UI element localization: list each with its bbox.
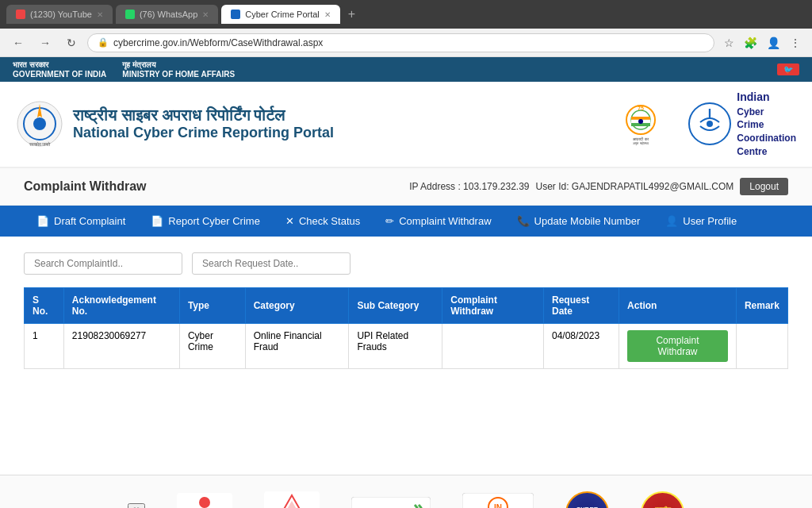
cell-category: Online Financial Fraud — [245, 323, 349, 368]
cyber-portal-logo: CYBERDOST — [565, 491, 609, 508]
report-icon: 📄 — [151, 215, 163, 227]
svg-point-2 — [33, 117, 46, 130]
nav-actions: ☆ 🧩 👤 ⋮ — [721, 33, 804, 52]
government-of-india: भारत सरकार GOVERNMENT OF INDIA — [13, 60, 106, 79]
tab-whatsapp[interactable]: (76) WhatsApp ✕ — [116, 5, 218, 24]
cell-request-date: 04/08/2023 — [544, 323, 619, 368]
browser-chrome: (1230) YouTube ✕ (76) WhatsApp ✕ Cyber C… — [0, 0, 812, 29]
search-request-date[interactable] — [192, 252, 350, 275]
tab-whatsapp-label: (76) WhatsApp — [140, 10, 197, 19]
col-complaint-withdraw: Complaint Withdraw — [442, 287, 544, 323]
nav-profile-label: User Profile — [683, 215, 737, 227]
extension-icon[interactable]: 🧩 — [741, 33, 760, 52]
svg-point-11 — [638, 119, 643, 124]
rashtriya-logo: राष्ट्रीयपुरस्कार — [641, 491, 684, 508]
certme-logo: cert me — [351, 497, 431, 508]
amrit-image: आज़ादी का अमृत महोत्सव 75 — [609, 102, 672, 146]
refresh-button[interactable]: ↻ — [62, 33, 81, 52]
site-title-english: National Cyber Crime Reporting Portal — [73, 125, 334, 141]
tab-youtube[interactable]: (1230) YouTube ✕ — [6, 5, 113, 24]
tab-youtube-close[interactable]: ✕ — [97, 10, 103, 19]
search-complaint-id[interactable] — [24, 252, 182, 275]
nav-mobile-label: Update Mobile Number — [534, 215, 641, 227]
bookmark-icon[interactable]: ☆ — [721, 33, 737, 52]
emblem-icon: सत्यमेव जयते — [16, 100, 63, 148]
header-right: आज़ादी का अमृत महोत्सव 75 I Indian — [609, 90, 796, 159]
site-title-hindi: राष्ट्रीय साइबर अपराध रिपोर्टिंग पोर्टल — [73, 106, 334, 125]
col-type: Type — [179, 287, 245, 323]
tab-portal-label: Cyber Crime Portal — [245, 10, 320, 19]
user-icon: 👤 — [665, 215, 678, 227]
tab-portal[interactable]: Cyber Crime Portal ✕ — [221, 5, 340, 24]
forward-button[interactable]: → — [35, 33, 56, 52]
page-title: Complaint Withdraw — [24, 179, 147, 194]
cell-ack-no: 21908230069277 — [63, 323, 179, 368]
i4c-icon: I — [688, 102, 732, 146]
check-icon: ✕ — [285, 215, 294, 227]
site-title: राष्ट्रीय साइबर अपराध रिपोर्टिंग पोर्टल … — [73, 106, 334, 141]
gov-india-en: GOVERNMENT OF INDIA — [13, 70, 106, 79]
table-header-row: S No. Acknowledgement No. Type Category … — [25, 287, 788, 323]
table-row: 1 21908230069277 Cyber Crime Online Fina… — [25, 323, 788, 368]
gov-india-hi: भारत सरकार — [13, 60, 106, 70]
col-sno: S No. — [25, 287, 64, 323]
nav-update-mobile[interactable]: 📞 Update Mobile Number — [504, 206, 653, 237]
menu-icon[interactable]: ⋮ — [787, 33, 804, 52]
nav-draft-label: Draft Complaint — [54, 215, 125, 227]
ministry-of-home-affairs: गृह मंत्रालय MINISTRY OF HOME AFFAIRS — [122, 60, 235, 79]
footer-logos: ⏸ Towards a new dawn NCPCR — [0, 475, 812, 508]
mha-hi: गृह मंत्रालय — [122, 60, 235, 70]
nav-withdraw-label: Complaint Withdraw — [399, 215, 491, 227]
nav-check-status[interactable]: ✕ Check Status — [273, 206, 373, 237]
cyber-coordination-logo: I Indian Cyber Crime Coordination Centre — [688, 90, 796, 159]
site-header: सत्यमेव जयते राष्ट्रीय साइबर अपराध रिपोर… — [0, 82, 812, 168]
svg-point-19 — [199, 497, 210, 508]
nav-complaint-withdraw[interactable]: ✏ Complaint Withdraw — [373, 206, 504, 237]
site-logo: सत्यमेव जयते राष्ट्रीय साइबर अपराध रिपोर… — [16, 100, 334, 148]
tab-whatsapp-close[interactable]: ✕ — [202, 10, 209, 19]
nav-check-label: Check Status — [299, 215, 360, 227]
cyber-badge-icon: CYBERDOST — [565, 491, 609, 508]
logout-button[interactable]: Logout — [740, 178, 788, 195]
ip-info: IP Address : 103.179.232.39 User Id: GAJ… — [409, 178, 788, 195]
ip-address: IP Address : 103.179.232.39 — [409, 181, 529, 192]
cyber-logo-text: Indian Cyber Crime Coordination Centre — [737, 90, 796, 159]
profile-icon[interactable]: 👤 — [764, 33, 783, 52]
svg-text:75: 75 — [638, 106, 644, 111]
col-request-date: Request Date — [544, 287, 619, 323]
portal-favicon — [231, 10, 240, 19]
address-bar[interactable]: 🔒 cybercrime.gov.in/Webform/CaseWithdraw… — [87, 33, 714, 52]
page-container: भारत सरकार GOVERNMENT OF INDIA गृह मंत्र… — [0, 57, 812, 508]
search-bar — [24, 252, 788, 275]
gov-left: भारत सरकार GOVERNMENT OF INDIA गृह मंत्र… — [13, 60, 235, 79]
page-header-bar: Complaint Withdraw IP Address : 103.179.… — [0, 168, 812, 206]
nav-report-cyber-crime[interactable]: 📄 Report Cyber Crime — [138, 206, 273, 237]
back-button[interactable]: ← — [8, 33, 29, 52]
svg-text:सत्यमेव जयते: सत्यमेव जयते — [29, 141, 52, 147]
tab-portal-close[interactable]: ✕ — [324, 10, 331, 19]
rashtriya-icon: राष्ट्रीयपुरस्कार — [641, 491, 684, 508]
pause-button[interactable]: ⏸ — [128, 503, 145, 508]
col-ack-no: Acknowledgement No. — [63, 287, 179, 323]
youtube-favicon — [16, 10, 25, 19]
nav-draft-complaint[interactable]: 📄 Draft Complaint — [24, 206, 138, 237]
towards-new-dawn-logo: Towards a new dawn — [177, 493, 232, 508]
lock-icon: 🔒 — [98, 37, 109, 48]
main-content: S No. Acknowledgement No. Type Category … — [0, 237, 812, 475]
mha-en: MINISTRY OF HOME AFFAIRS — [122, 70, 235, 79]
cell-sub-category: UPI Related Frauds — [349, 323, 442, 368]
amrit-badge: आज़ादी का अमृत महोत्सव 75 — [609, 102, 672, 146]
user-id: User Id: GAJENDRAPATIL4992@GMAIL.COM — [535, 181, 733, 192]
cell-sno: 1 — [25, 323, 64, 368]
cell-complaint-withdraw — [442, 323, 544, 368]
nav-menu: 📄 Draft Complaint 📄 Report Cyber Crime ✕… — [0, 206, 812, 237]
nav-user-profile[interactable]: 👤 User Profile — [653, 206, 749, 237]
svg-text:IN: IN — [494, 503, 502, 508]
col-action: Action — [619, 287, 737, 323]
complaint-withdraw-button[interactable]: Complaint Withdraw — [627, 330, 728, 362]
india-gov-logo: IN india.gov.in national portal of india — [462, 493, 534, 508]
phone-icon: 📞 — [517, 215, 530, 227]
social-media-button[interactable]: 🐦 — [777, 64, 799, 75]
new-tab-button[interactable]: + — [343, 7, 360, 21]
gov-banner: भारत सरकार GOVERNMENT OF INDIA गृह मंत्र… — [0, 57, 812, 82]
